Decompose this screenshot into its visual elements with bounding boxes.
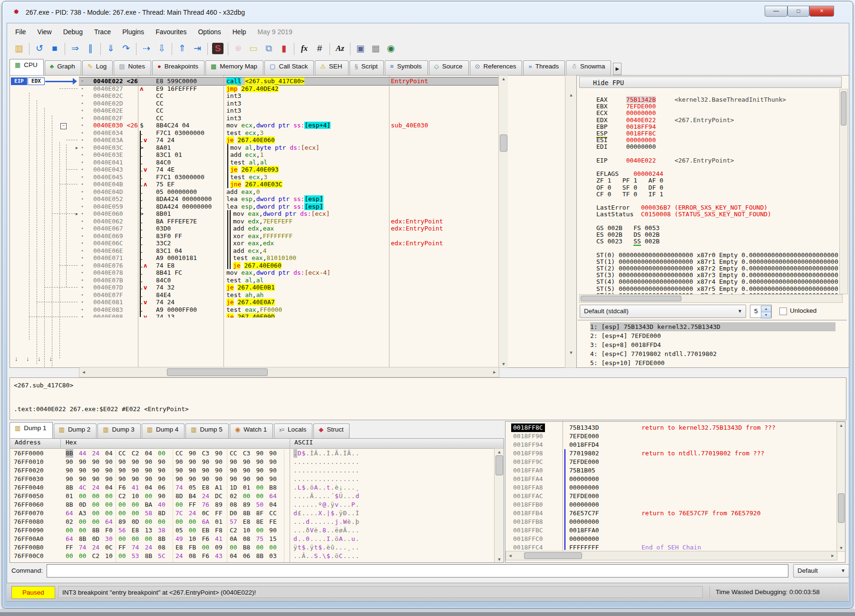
- register-line[interactable]: GS 002B FS 0053: [596, 225, 660, 231]
- register-line[interactable]: ESP 0018FF8C: [596, 130, 656, 137]
- call-argument-row[interactable]: 3: [esp+8] 0018FFD4: [590, 340, 836, 349]
- menu-help[interactable]: Help: [227, 26, 252, 38]
- register-line[interactable]: CS 0023 SS 002B: [596, 238, 660, 245]
- command-type-select[interactable]: Default ▼: [793, 564, 849, 578]
- stack-row[interactable]: 0018FFB000000000: [505, 500, 845, 509]
- title-bar[interactable]: ✸ 267.exe - PID: 738 - Module: 267.exe -…: [7, 6, 758, 22]
- step-into-icon[interactable]: ⇓: [104, 41, 118, 56]
- dump-row[interactable]: 76FF005001000000C21000908DB424DC02000064…: [10, 492, 494, 500]
- disasm-row[interactable]: •0040E071.A9 00010181test eax,81010100: [79, 254, 498, 262]
- register-line[interactable]: ST(3) 00000000000000000000 x87r3 Empty 0…: [596, 272, 838, 279]
- dump-row[interactable]: 76FF003090909090909090909090909090909090…: [10, 475, 494, 483]
- stop-icon[interactable]: ■: [48, 41, 62, 56]
- tab-seh[interactable]: ⚠SEH: [315, 60, 348, 75]
- maximize-button[interactable]: □: [787, 6, 809, 17]
- run-icon[interactable]: ⇒: [68, 41, 82, 56]
- execute-till-return-icon[interactable]: ⇑: [175, 41, 189, 56]
- tab-struct[interactable]: ◆Struct: [313, 424, 350, 438]
- disasm-row[interactable]: •0040E062.BA FFFEFE7Emov edx,7EFEFEFFedx…: [79, 218, 498, 225]
- disasm-row[interactable]: •0040E03A.v74 24je 267.40E060: [79, 136, 498, 144]
- hash-icon[interactable]: #: [312, 41, 327, 56]
- tab-dump-5[interactable]: ▥Dump 5: [185, 424, 229, 438]
- register-line[interactable]: ST(5) 00000000000000000000 x87r5 Empty 0…: [596, 286, 838, 292]
- stack-row[interactable]: 0018FFB800000000: [505, 518, 845, 526]
- stack-row[interactable]: 0018FFB476E57C7Freturn to 76E57C7F from …: [505, 509, 845, 518]
- register-line[interactable]: ST(0) 00000000000000000000 x87r0 Empty 0…: [596, 252, 838, 259]
- hide-fpu-button[interactable]: Hide FPU: [579, 77, 842, 88]
- register-line[interactable]: LastStatus C0150008 (STATUS_SXS_KEY_NOT_…: [596, 211, 771, 218]
- tab-dump-2[interactable]: ▥Dump 2: [54, 424, 97, 438]
- stack-row[interactable]: 0018FFBC0018FFA0: [505, 526, 845, 535]
- spinner-down-icon[interactable]: ▼: [761, 312, 771, 318]
- register-line[interactable]: OF 0 SF 0 DF 0: [596, 184, 663, 191]
- breakpoint-book-icon[interactable]: ▮: [277, 41, 291, 56]
- disasm-row[interactable]: •0040E067.03D0add edx,eaxedx:EntryPoint: [79, 225, 498, 232]
- dump-row[interactable]: 76FF002090909090909090909090909090909090…: [10, 466, 494, 475]
- stack-row[interactable]: 0018FF8C75B1343Dreturn to kernel32.75B13…: [505, 424, 845, 432]
- spinner-up-icon[interactable]: ▲: [761, 306, 771, 312]
- disasm-row[interactable]: •0040E02ECCint3: [79, 107, 498, 115]
- disasm-row[interactable]: •0040E083.A9 0000FF00test eax,FF0000: [79, 306, 498, 314]
- dump-row[interactable]: 76FF00C00000C21000538B5C2408F64304068B03…: [10, 552, 494, 560]
- dump-row[interactable]: 76FF00B0FF74240CFF742408E8FB000900B80000…: [10, 543, 494, 552]
- tab-locals[interactable]: x=Locals: [274, 424, 312, 438]
- disasm-row[interactable]: •0040E052.8DA424 00000000lea esp,dword p…: [79, 195, 498, 203]
- stack-row[interactable]: 0018FFA800000000: [505, 483, 845, 492]
- disasm-row[interactable]: •0040E060>8B01mov eax,dword ptr ds:[ecx]: [79, 210, 498, 218]
- dump-row[interactable]: 76FF009000008BF056E813380500EBF8C2100090…: [10, 526, 494, 535]
- call-arguments-list[interactable]: 1: [esp] 75B1343D kernel32.75B1343D2: [e…: [578, 320, 847, 367]
- register-line[interactable]: LastError 000036B7 (ERROR_SXS_KEY_NOT_FO…: [596, 204, 768, 211]
- register-line[interactable]: ZF 1 PF 1 AF 0: [596, 177, 663, 184]
- tab-notes[interactable]: ▤Notes: [114, 60, 151, 75]
- stack-row[interactable]: 0018FFAC7EFDE000: [505, 492, 845, 500]
- call-argument-row[interactable]: 4: [esp+C] 77019802 ntdll.77019802: [590, 349, 836, 358]
- dump-row[interactable]: 76FF00408B4C2404F64104067405E8A11D0100B8…: [10, 483, 494, 492]
- menu-options[interactable]: Options: [192, 26, 226, 38]
- stack-view[interactable]: 0018FF8C75B1343Dreturn to kernel32.75B13…: [505, 421, 845, 563]
- dump-row[interactable]: 76FF007064A300000000588D7C240CFFD08B8FCC…: [10, 509, 494, 518]
- attach-icon[interactable]: ⧉: [262, 41, 276, 56]
- disasm-row[interactable]: •0040E04B.ʌ75 EFjne 267.40E03C: [79, 181, 498, 188]
- tab-source[interactable]: ◇Source: [429, 60, 469, 75]
- menu-debug[interactable]: Debug: [58, 26, 88, 38]
- calling-convention-select[interactable]: Default (stdcall) ▼: [580, 305, 746, 318]
- hex-dump-view[interactable]: Address Hex ASCII 76FF00008B442404CCC204…: [10, 438, 504, 563]
- globe-icon[interactable]: ◉: [384, 41, 398, 56]
- menu-favourites[interactable]: Favourites: [150, 26, 192, 38]
- stack-row[interactable]: 0018FFC000000000: [505, 535, 845, 543]
- fx-icon[interactable]: fx: [297, 41, 311, 56]
- register-line[interactable]: EIP 0040E022 <267.EntryPoint>: [596, 157, 734, 164]
- unlocked-checkbox[interactable]: [779, 308, 787, 315]
- tab-threads[interactable]: »Threads: [523, 60, 565, 75]
- stack-row[interactable]: 0018FF940018FFD4: [505, 441, 845, 449]
- register-line[interactable]: EDI 00000000: [596, 144, 656, 150]
- register-line[interactable]: EAX 75B1342B <kernel32.BaseThreadInitThu…: [596, 96, 786, 103]
- disasm-row[interactable]: •0040E07F.84E4test ah,ah: [79, 291, 498, 299]
- call-argument-row[interactable]: 1: [esp] 75B1343D kernel32.75B1343D: [590, 322, 836, 331]
- tab-overflow-button[interactable]: ▶: [613, 63, 622, 75]
- disasm-row[interactable]: •0040E041.84C0test al,al: [79, 159, 498, 166]
- tab-dump-3[interactable]: ▥Dump 3: [97, 424, 141, 438]
- open-file-icon[interactable]: ▥: [12, 41, 26, 56]
- patch-icon[interactable]: ⌾: [231, 41, 245, 56]
- dump-row[interactable]: 76FF00A0648B0D300000008B4910F6410A087515…: [10, 535, 494, 543]
- snowman-icon[interactable]: S: [212, 43, 223, 54]
- registers-pane[interactable]: Hide FPU EAX 75B1342B <kernel32.BaseThre…: [576, 75, 849, 368]
- disasm-row[interactable]: •0040E02DCCint3: [79, 100, 498, 107]
- run-to-user-code-icon[interactable]: ⇥: [190, 41, 204, 56]
- tab-log[interactable]: ✎Log: [82, 60, 113, 75]
- tab-breakpoints[interactable]: ●Breakpoints: [152, 60, 204, 75]
- menu-view[interactable]: View: [32, 26, 58, 38]
- pause-icon[interactable]: ∥: [83, 41, 97, 56]
- disasm-row[interactable]: •0040E081.v74 24je 267.40E0A7: [79, 298, 498, 306]
- stack-row[interactable]: 0018FF9C7EFDE000: [505, 458, 845, 466]
- disasm-row[interactable]: •0040E034.F7C1 03000000test ecx,3: [79, 129, 498, 137]
- register-line[interactable]: EBP 0018FF94: [596, 124, 656, 130]
- close-button[interactable]: ×: [809, 6, 834, 17]
- fpu-hscrollbar[interactable]: [579, 294, 843, 303]
- menu-plugins[interactable]: Plugins: [117, 26, 150, 38]
- dump-row[interactable]: 76FF001090909090909090909090909090909090…: [10, 458, 494, 466]
- disasm-row[interactable]: •0040E027ʌE9 16FEFFFFjmp 267.40DE42: [79, 85, 498, 93]
- register-line[interactable]: EDX 0040E022 <267.EntryPoint>: [596, 117, 734, 124]
- minimize-button[interactable]: —: [765, 6, 787, 17]
